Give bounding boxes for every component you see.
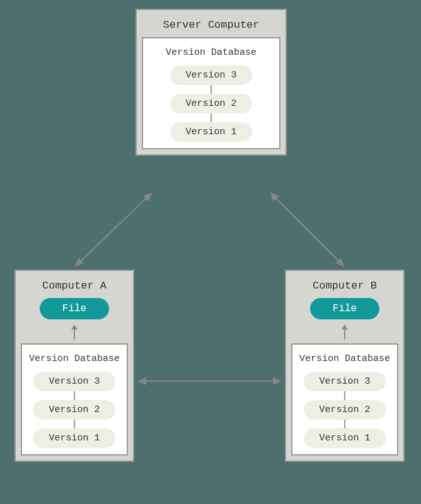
version-connector xyxy=(344,420,345,428)
server-computer: Server Computer Version Database Version… xyxy=(136,9,287,156)
computer-a-file: File xyxy=(40,298,109,319)
computer-b-file: File xyxy=(310,298,379,319)
version-connector xyxy=(211,85,212,94)
computer-b-version-db: Version Database Version 3 Version 2 Ver… xyxy=(291,343,398,455)
server-version-db: Version Database Version 3 Version 2 Ver… xyxy=(142,37,280,149)
version-connector xyxy=(74,420,75,428)
version-pill: Version 3 xyxy=(304,372,386,391)
file-db-arrow-icon xyxy=(21,328,128,343)
version-pill: Version 2 xyxy=(33,400,115,420)
version-pill: Version 1 xyxy=(33,428,115,448)
version-connector xyxy=(211,113,212,122)
computer-a-version-db: Version Database Version 3 Version 2 Ver… xyxy=(21,343,128,455)
version-connector xyxy=(74,391,75,400)
computer-a-db-title: Version Database xyxy=(27,351,122,372)
computer-a: Computer A File Version Database Version… xyxy=(14,270,134,462)
version-pill: Version 1 xyxy=(170,122,252,142)
computer-a-title: Computer A xyxy=(21,276,128,298)
computer-b: Computer B File Version Database Version… xyxy=(285,270,405,462)
version-pill: Version 3 xyxy=(33,372,115,391)
server-title: Server Computer xyxy=(142,15,280,37)
computer-b-title: Computer B xyxy=(291,276,398,298)
version-pill: Version 1 xyxy=(304,428,386,448)
file-db-arrow-icon xyxy=(291,328,398,343)
svg-line-2 xyxy=(76,193,151,266)
version-pill: Version 2 xyxy=(170,94,252,113)
version-pill: Version 2 xyxy=(304,400,386,420)
computer-b-db-title: Version Database xyxy=(297,351,392,372)
server-db-title: Version Database xyxy=(148,45,274,66)
svg-line-3 xyxy=(271,193,343,266)
version-pill: Version 3 xyxy=(170,66,252,85)
version-connector xyxy=(344,391,345,400)
